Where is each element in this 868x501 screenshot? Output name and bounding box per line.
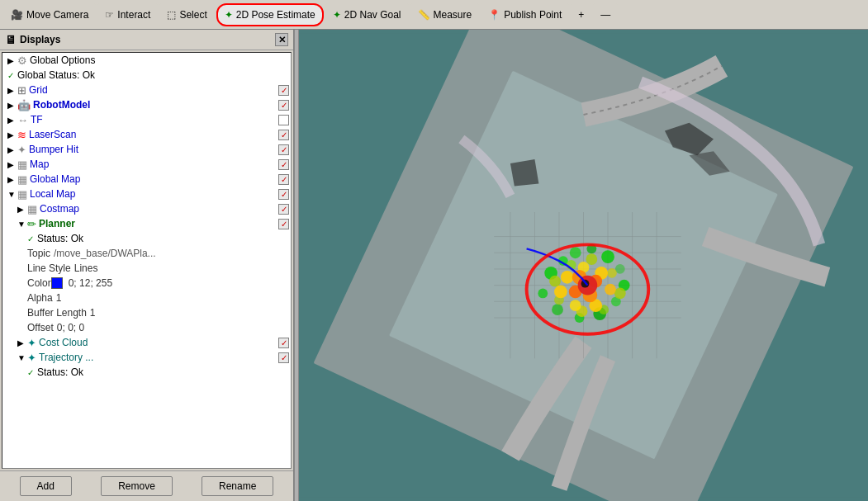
trajectory-status-label: Status: Ok — [37, 366, 83, 378]
move-camera-button[interactable]: 🎥 Move Camera — [3, 3, 96, 26]
main-layout: 🖥 Displays ✕ ▶ ⚙ Global Options ✓ Global… — [0, 30, 868, 501]
grid-checkbox[interactable] — [278, 85, 289, 96]
laserscan-icon: ≋ — [17, 129, 26, 141]
add-button[interactable]: Add — [20, 476, 72, 496]
measure-button[interactable]: 📏 Measure — [410, 3, 480, 26]
tree-item-planner[interactable]: ▼ ✏ Planner — [2, 216, 291, 231]
cost-cloud-checkbox[interactable] — [278, 338, 289, 348]
tf-icon: ↔ — [17, 114, 28, 126]
buffer-length-label: Buffer Length — [27, 307, 87, 319]
offset-label: Offset — [27, 322, 54, 333]
prop-row-linestyle: Line Style Lines — [2, 261, 291, 276]
svg-point-28 — [549, 276, 561, 287]
add-display-button[interactable]: + — [571, 3, 591, 26]
tf-checkbox[interactable] — [278, 115, 289, 125]
viewport[interactable] — [299, 30, 868, 501]
expand-arrow-global-map[interactable]: ▶ — [7, 175, 17, 184]
expand-arrow-local-map[interactable]: ▼ — [7, 190, 17, 199]
move-camera-label: Move Camera — [26, 9, 88, 21]
select-button[interactable]: ⬚ Select — [159, 3, 214, 26]
robotmodel-checkbox[interactable] — [278, 100, 289, 111]
bumper-hit-checkbox[interactable] — [278, 144, 289, 155]
status-check-icon: ✓ — [27, 234, 37, 243]
local-map-checkbox[interactable] — [278, 189, 289, 200]
expand-arrow-trajectory[interactable]: ▼ — [17, 353, 27, 362]
tree-item-tf[interactable]: ▶ ↔ TF — [2, 112, 291, 127]
add-icon: + — [578, 9, 584, 21]
bumper-hit-label: Bumper Hit — [29, 144, 78, 155]
trajectory-checkbox[interactable] — [278, 352, 289, 363]
left-panel: 🖥 Displays ✕ ▶ ⚙ Global Options ✓ Global… — [0, 30, 294, 501]
pose-estimate-button[interactable]: ✦ 2D Pose Estimate — [216, 3, 324, 26]
expand-arrow-bumper-hit[interactable]: ▶ — [7, 145, 17, 154]
map-label: Map — [30, 158, 49, 170]
select-label: Select — [179, 9, 206, 21]
alpha-value: 1 — [56, 292, 62, 304]
interact-button[interactable]: ☞ Interact — [97, 3, 158, 26]
viewport-canvas — [299, 30, 868, 501]
expand-arrow-laserscan[interactable]: ▶ — [7, 130, 17, 139]
svg-point-32 — [614, 288, 626, 300]
publish-point-button[interactable]: 📍 Publish Point — [481, 3, 569, 26]
tree-item-costmap[interactable]: ▶ ▦ Costmap — [2, 201, 291, 216]
expand-arrow-robotmodel[interactable]: ▶ — [7, 101, 17, 110]
expand-arrow-costmap[interactable]: ▶ — [17, 205, 27, 214]
tree-item-trajectory-status[interactable]: ✓ Status: Ok — [2, 365, 291, 380]
tree-item-global-options[interactable]: ▶ ⚙ Global Options — [2, 53, 291, 68]
tree-item-cost-cloud[interactable]: ▶ ✦ Cost Cloud — [2, 335, 291, 350]
expand-arrow-cost-cloud[interactable]: ▶ — [17, 338, 27, 347]
expand-arrow-tf[interactable]: ▶ — [7, 116, 17, 125]
svg-point-36 — [561, 271, 574, 284]
tree-item-planner-status[interactable]: ✓ Status: Ok — [2, 231, 291, 246]
toolbar: 🎥 Move Camera ☞ Interact ⬚ Select ✦ 2D P… — [0, 0, 868, 30]
color-swatch[interactable] — [51, 277, 63, 289]
displays-header: 🖥 Displays ✕ — [0, 30, 293, 50]
tree-item-grid[interactable]: ▶ ⊞ Grid — [2, 83, 291, 97]
select-icon: ⬚ — [167, 9, 176, 21]
global-map-checkbox[interactable] — [278, 174, 289, 185]
costmap-icon: ▦ — [27, 203, 37, 215]
costmap-label: Costmap — [40, 203, 79, 215]
svg-point-27 — [538, 289, 548, 299]
expand-arrow-grid[interactable]: ▶ — [7, 86, 17, 95]
prop-row-color: Color 0; 12; 255 — [2, 276, 291, 291]
displays-close-button[interactable]: ✕ — [275, 33, 288, 46]
displays-tree[interactable]: ▶ ⚙ Global Options ✓ Global Status: Ok ▶… — [2, 52, 292, 469]
global-options-label: Global Options — [30, 54, 95, 66]
publish-point-icon: 📍 — [488, 9, 500, 21]
prop-row-topic: Topic /move_base/DWAPla... — [2, 246, 291, 261]
minus-button[interactable]: — — [593, 3, 618, 26]
tree-item-robotmodel[interactable]: ▶ 🤖 RobotModel — [2, 97, 291, 112]
remove-button[interactable]: Remove — [101, 476, 173, 496]
nav-goal-button[interactable]: ✦ 2D Nav Goal — [325, 3, 409, 26]
expand-arrow-global-options[interactable]: ▶ — [7, 56, 17, 65]
interact-label: Interact — [117, 9, 150, 21]
tree-item-global-status[interactable]: ✓ Global Status: Ok — [2, 68, 291, 83]
topic-label: Topic — [27, 248, 50, 259]
laserscan-checkbox[interactable] — [278, 130, 289, 140]
expand-arrow-planner[interactable]: ▼ — [17, 220, 27, 229]
tree-item-map[interactable]: ▶ ▦ Map — [2, 157, 291, 172]
tree-item-global-map[interactable]: ▶ ▦ Global Map — [2, 172, 291, 187]
planner-checkbox[interactable] — [278, 219, 289, 229]
displays-icon: 🖥 — [5, 33, 17, 46]
topic-value: /move_base/DWAPla... — [54, 248, 156, 259]
tree-item-trajectory[interactable]: ▼ ✦ Trajectory ... — [2, 350, 291, 365]
expand-arrow-map[interactable]: ▶ — [7, 160, 17, 169]
tree-item-bumper-hit[interactable]: ▶ ✦ Bumper Hit — [2, 142, 291, 157]
prop-row-alpha: Alpha 1 — [2, 291, 291, 305]
rename-button[interactable]: Rename — [202, 476, 273, 496]
color-value: 0; 12; 255 — [69, 277, 112, 289]
map-icon: ▦ — [17, 158, 27, 171]
tree-item-laserscan[interactable]: ▶ ≋ LaserScan — [2, 127, 291, 142]
trajectory-icon: ✦ — [27, 352, 36, 364]
prop-row-offset: Offset 0; 0; 0 — [2, 320, 291, 335]
trajectory-label: Trajectory ... — [39, 352, 93, 363]
laserscan-label: LaserScan — [29, 129, 76, 140]
tree-item-local-map[interactable]: ▼ ▦ Local Map — [2, 187, 291, 201]
bumper-hit-icon: ✦ — [17, 144, 26, 156]
nav-goal-icon: ✦ — [333, 9, 341, 21]
minus-icon: — — [600, 9, 610, 21]
map-checkbox[interactable] — [278, 159, 289, 170]
costmap-checkbox[interactable] — [278, 204, 289, 215]
